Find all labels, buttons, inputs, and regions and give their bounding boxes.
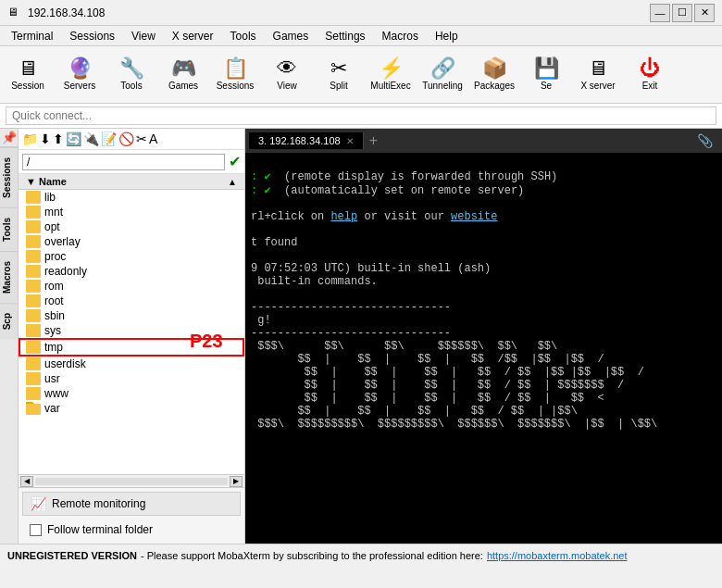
follow-folder-checkbox[interactable]	[30, 524, 42, 536]
terminal-tab-label: 3. 192.168.34.108	[258, 135, 341, 146]
list-item[interactable]: lib	[19, 190, 244, 205]
app-icon: 🖥	[7, 6, 22, 20]
follow-folder-row[interactable]: Follow terminal folder	[22, 519, 241, 540]
terminal-tab-active[interactable]: 3. 192.168.34.108 ✕	[249, 132, 364, 149]
tunneling-label: Tunneling	[422, 81, 463, 91]
toolbar-view[interactable]: 👁 View	[263, 49, 311, 101]
new-tab-button[interactable]: +	[364, 132, 383, 149]
toolbar-exit[interactable]: ⏻ Exit	[626, 49, 674, 101]
edit-icon[interactable]: 📝	[101, 131, 117, 146]
toolbar-sessions[interactable]: 📋 Sessions	[211, 49, 259, 101]
scroll-right-btn[interactable]: ▶	[230, 476, 243, 487]
file-name: root	[44, 294, 64, 307]
toolbar-se[interactable]: 💾 Se	[522, 49, 570, 101]
refresh-icon[interactable]: 🔄	[66, 131, 81, 146]
folder-icon	[26, 250, 41, 263]
menu-terminal[interactable]: Terminal	[4, 28, 60, 44]
folder-icon	[26, 191, 41, 204]
encoding-icon[interactable]: A	[149, 131, 157, 146]
menu-xserver[interactable]: X server	[165, 28, 221, 44]
toolbar-session[interactable]: 🖥 Session	[4, 49, 52, 101]
toolbar-packages[interactable]: 📦 Packages	[470, 49, 518, 101]
monitor-label: Remote monitoring	[52, 497, 145, 510]
terminal-panel: 3. 192.168.34.108 ✕ + 📎 : ✔ (remote disp…	[245, 129, 722, 544]
name-column-header: ▼ Name	[26, 176, 67, 187]
minimize-button[interactable]: —	[650, 4, 670, 22]
split-icon: ✂	[330, 58, 347, 79]
upload-icon[interactable]: ⬆	[53, 131, 64, 146]
folder-up-icon[interactable]: 📁	[22, 131, 38, 146]
packages-icon: 📦	[482, 58, 507, 79]
menu-tools[interactable]: Tools	[223, 28, 264, 44]
folder-icon	[26, 387, 41, 400]
connect-icon[interactable]: 🔌	[83, 131, 99, 146]
toolbar-multiexec[interactable]: ⚡ MultiExec	[367, 49, 415, 101]
se-icon: 💾	[534, 58, 559, 79]
toolbar-tunneling[interactable]: 🔗 Tunneling	[418, 49, 467, 101]
menu-help[interactable]: Help	[428, 28, 466, 44]
file-name: proc	[44, 250, 66, 263]
scroll-left-btn[interactable]: ◀	[20, 476, 33, 487]
menu-games[interactable]: Games	[266, 28, 317, 44]
folder-icon	[26, 220, 41, 233]
file-name: tmp	[44, 341, 63, 354]
file-panel-bottom: 📈 Remote monitoring Follow terminal fold…	[19, 487, 244, 544]
list-item[interactable]: root	[19, 294, 244, 308]
xserver-icon: 🖥	[588, 58, 608, 79]
list-item[interactable]: mnt	[19, 205, 244, 219]
folder-icon	[26, 341, 41, 354]
list-item[interactable]: www	[19, 386, 244, 401]
paperclip-icon[interactable]: 📎	[691, 133, 718, 148]
folder-icon	[26, 309, 41, 322]
help-link[interactable]: help	[330, 210, 357, 223]
tunneling-icon: 🔗	[430, 58, 455, 79]
download-icon[interactable]: ⬇	[40, 131, 51, 146]
scrollbar-track[interactable]	[35, 478, 228, 485]
list-item[interactable]: userdisk	[19, 357, 244, 371]
path-go-icon[interactable]: ✔	[229, 153, 241, 170]
menu-settings[interactable]: Settings	[317, 28, 372, 44]
toolbar-servers[interactable]: 🔮 Servers	[56, 49, 104, 101]
pin-icon[interactable]: 📌	[0, 129, 18, 147]
mobatek-link[interactable]: https://mobaxterm.mobatek.net	[487, 550, 628, 561]
menu-sessions[interactable]: Sessions	[62, 28, 122, 44]
sidebar-item-scp[interactable]: Scp	[0, 303, 18, 339]
close-button[interactable]: ✕	[694, 4, 715, 22]
window-controls: — ☐ ✕	[650, 4, 715, 22]
folder-icon	[26, 294, 41, 307]
toolbar-xserver[interactable]: 🖥 X server	[574, 49, 622, 101]
toolbar-split[interactable]: ✂ Split	[315, 49, 363, 101]
toolbar-tools[interactable]: 🔧 Tools	[107, 49, 156, 101]
list-item[interactable]: readonly	[19, 264, 244, 279]
sidebar-item-tools[interactable]: Tools	[0, 207, 18, 251]
list-item[interactable]: rom	[19, 279, 244, 294]
horizontal-scrollbar[interactable]: ◀ ▶	[19, 474, 244, 487]
menu-view[interactable]: View	[124, 28, 163, 44]
list-item[interactable]: proc	[19, 249, 244, 264]
list-item[interactable]: var	[19, 401, 244, 416]
sidebar-item-macros[interactable]: Macros	[0, 251, 18, 303]
list-item[interactable]: usr	[19, 371, 244, 386]
left-side-panels: 📌 Sessions Tools Macros Scp	[0, 129, 19, 544]
list-item[interactable]: overlay	[19, 234, 244, 249]
quick-connect-input[interactable]	[6, 106, 716, 125]
terminal-tab-close[interactable]: ✕	[346, 136, 354, 146]
terminal-content[interactable]: : ✔ (remote display is forwarded through…	[245, 153, 722, 544]
svg-marker-1	[26, 402, 34, 404]
website-link[interactable]: website	[451, 210, 497, 223]
sidebar-item-sessions[interactable]: Sessions	[0, 147, 18, 207]
games-icon: 🎮	[171, 58, 196, 79]
toolbar-games[interactable]: 🎮 Games	[159, 49, 207, 101]
file-path-icons: 📁 ⬇ ⬆ 🔄 🔌 📝 🚫 ✂ A	[22, 131, 157, 146]
cut-icon[interactable]: ✂	[136, 131, 147, 146]
maximize-button[interactable]: ☐	[672, 4, 692, 22]
list-item[interactable]: opt	[19, 219, 244, 234]
file-path-input[interactable]	[22, 154, 225, 170]
stop-icon[interactable]: 🚫	[118, 131, 134, 146]
menu-macros[interactable]: Macros	[375, 28, 426, 44]
file-name: var	[44, 402, 60, 415]
tools-icon: 🔧	[119, 58, 144, 79]
file-path-input-bar: ✔	[19, 150, 244, 174]
remote-monitoring-button[interactable]: 📈 Remote monitoring	[22, 492, 241, 516]
list-item[interactable]: sbin	[19, 308, 244, 323]
